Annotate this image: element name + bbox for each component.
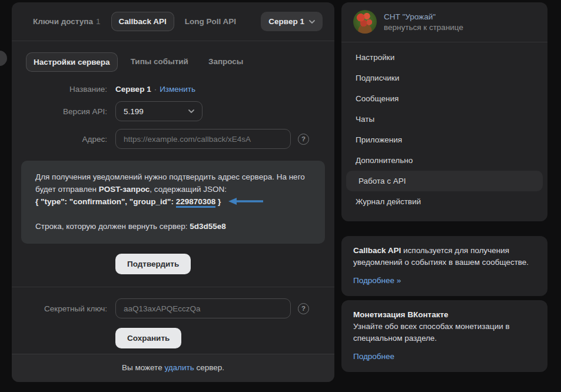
tab-access-keys-label: Ключи доступа: [33, 17, 93, 26]
callback-api-more-link[interactable]: Подробнее »: [353, 275, 401, 287]
api-version-value: 5.199: [124, 107, 144, 116]
chevron-down-icon: [188, 109, 194, 113]
subtab-requests[interactable]: Запросы: [201, 52, 250, 72]
monetization-more-link[interactable]: Подробнее: [353, 351, 394, 363]
save-button[interactable]: Сохранить: [115, 328, 181, 348]
tab-callback-api[interactable]: Callback API: [111, 12, 174, 31]
confirmation-json-line: { "type": "confirmation", "group_id": 22…: [35, 195, 311, 208]
api-tabs-bar: Ключи доступа1 Callback API Long Poll AP…: [12, 2, 334, 41]
back-to-page-link[interactable]: вернуться к странице: [384, 23, 463, 32]
delete-server-footer: Вы можете удалить сервер.: [12, 354, 334, 382]
server-selector-button[interactable]: Сервер 1: [261, 12, 323, 31]
return-string-line: Строка, которую должен вернуть сервер: 5…: [35, 220, 311, 232]
server-name-value: Сервер 1: [115, 85, 151, 94]
community-header: СНТ "Урожай" вернуться к странице: [341, 2, 547, 42]
server-selector-label: Сервер 1: [268, 17, 304, 26]
community-admin-sidebar: СНТ "Урожай" вернуться к странице Настро…: [341, 2, 547, 221]
json-prefix: { "type": "confirmation", "group_id":: [35, 197, 176, 206]
edit-server-name-link[interactable]: Изменить: [160, 85, 195, 94]
confirmation-notice-box: Для получения уведомлений нужно подтверд…: [21, 161, 325, 244]
server-name-row: Название: Сервер 1 · Изменить: [26, 85, 320, 94]
secret-key-input[interactable]: [115, 298, 291, 318]
return-string-text: Строка, которую должен вернуть сервер:: [35, 222, 190, 231]
sidebar-item-api-work[interactable]: Работа с API: [346, 171, 543, 191]
tab-access-keys[interactable]: Ключи доступа1: [26, 12, 108, 31]
separator-dot: ·: [154, 85, 157, 94]
admin-menu: Настройки Подписчики Сообщения Чаты Прил…: [341, 42, 547, 217]
tab-callback-api-label: Callback API: [119, 17, 167, 26]
community-name-link[interactable]: СНТ "Урожай": [384, 12, 463, 21]
callback-api-settings-card: Ключи доступа1 Callback API Long Poll AP…: [12, 2, 334, 382]
sidebar-item-messages[interactable]: Сообщения: [346, 88, 543, 109]
subtab-event-types[interactable]: Типы событий: [124, 52, 195, 72]
subtab-requests-label: Запросы: [208, 57, 243, 66]
server-address-row: Адрес: ?: [26, 129, 320, 149]
notice-post-request-bold: POST-запрос: [99, 185, 150, 194]
json-suffix: }: [215, 197, 221, 206]
secret-key-row: Секретный ключ: ?: [26, 298, 320, 318]
server-address-label: Адрес:: [26, 135, 115, 144]
monetization-title: Монетизация ВКонтакте: [353, 309, 536, 321]
api-version-select[interactable]: 5.199: [115, 101, 203, 121]
sidebar-item-settings[interactable]: Настройки: [346, 47, 543, 68]
callback-api-info-bold: Callback API: [353, 246, 401, 255]
sidebar-item-additional[interactable]: Дополнительно: [346, 150, 543, 171]
tab-access-keys-count: 1: [96, 17, 101, 26]
monetization-card: Монетизация ВКонтакте Узнайте обо всех с…: [341, 300, 547, 372]
return-string-code: 5d3d55e8: [190, 222, 226, 231]
subtab-event-types-label: Типы событий: [131, 57, 188, 66]
left-edge-notch: [0, 51, 7, 66]
callback-api-info-text: Callback API используется для получения …: [353, 245, 536, 268]
address-help-icon[interactable]: ?: [298, 134, 309, 145]
api-version-row: Версия API: 5.199: [26, 101, 320, 121]
server-settings-panel: Настройки сервера Типы событий Запросы Н…: [12, 41, 334, 354]
subtab-server-settings-label: Настройки сервера: [34, 58, 110, 67]
annotation-arrow-icon: [227, 197, 264, 205]
callback-api-info-card: Callback API используется для получения …: [341, 236, 547, 296]
chevron-down-icon: [309, 20, 315, 24]
api-version-label: Версия API:: [26, 107, 115, 116]
tab-long-poll-api[interactable]: Long Poll API: [178, 12, 243, 31]
section-divider: [12, 287, 334, 287]
server-address-input[interactable]: [115, 129, 291, 149]
tab-long-poll-api-label: Long Poll API: [185, 17, 236, 26]
footer-text-before: Вы можете: [122, 363, 164, 372]
group-id-value: 229870308: [176, 197, 216, 208]
secret-key-label: Секретный ключ:: [26, 304, 115, 313]
confirm-button[interactable]: Подтвердить: [115, 254, 191, 274]
subtab-server-settings[interactable]: Настройки сервера: [26, 52, 118, 72]
notice-intro-line: Для получения уведомлений нужно подтверд…: [35, 171, 311, 195]
sidebar-item-chats[interactable]: Чаты: [346, 109, 543, 129]
community-header-text: СНТ "Урожай" вернуться к странице: [384, 12, 463, 32]
sidebar-item-apps[interactable]: Приложения: [346, 129, 543, 150]
server-subtabs: Настройки сервера Типы событий Запросы: [26, 52, 320, 72]
sidebar-item-action-log[interactable]: Журнал действий: [346, 191, 543, 212]
footer-text-after: сервер.: [194, 363, 224, 372]
secret-key-help-icon[interactable]: ?: [298, 303, 309, 314]
community-avatar[interactable]: [353, 10, 377, 34]
monetization-text: Узнайте обо всех способах монетизации в …: [353, 321, 536, 344]
server-name-label: Название:: [26, 85, 115, 94]
delete-server-link[interactable]: удалить: [164, 363, 194, 372]
sidebar-item-subscribers[interactable]: Подписчики: [346, 68, 543, 88]
notice-intro-tail: , содержащий JSON:: [150, 185, 227, 194]
